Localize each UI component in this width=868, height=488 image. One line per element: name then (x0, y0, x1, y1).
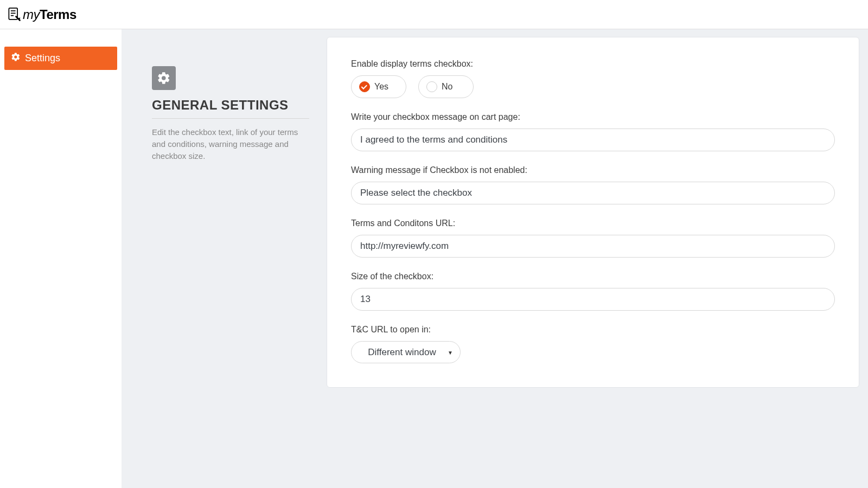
brand-logo: myTerms (7, 7, 76, 22)
field-label: Write your checkbox message on cart page… (351, 112, 835, 122)
field-checkbox-message: Write your checkbox message on cart page… (351, 112, 835, 151)
field-label: Size of the checkbox: (351, 272, 835, 281)
intro-column: GENERAL SETTINGS Edit the checkbox text,… (130, 37, 309, 162)
content: GENERAL SETTINGS Edit the checkbox text,… (122, 29, 868, 488)
sidebar: Settings (0, 29, 122, 488)
topbar: myTerms (0, 0, 868, 29)
main-area: Settings GENERAL SETTINGS Edit the check… (0, 29, 868, 488)
radio-yes[interactable]: Yes (351, 75, 406, 98)
gear-icon (152, 66, 176, 90)
field-open-in: T&C URL to open in: Different window ▼ (351, 325, 835, 363)
field-label: Warning message if Checkbox is not enabl… (351, 165, 835, 175)
document-icon (7, 7, 22, 22)
select-wrap: Different window ▼ (351, 341, 461, 363)
field-checkbox-size: Size of the checkbox: (351, 272, 835, 311)
field-label: Terms and Conditons URL: (351, 219, 835, 228)
sidebar-item-label: Settings (25, 53, 60, 64)
radio-indicator-checked (359, 81, 370, 92)
field-warning-message: Warning message if Checkbox is not enabl… (351, 165, 835, 204)
field-tc-url: Terms and Conditons URL: (351, 219, 835, 258)
open-in-select[interactable]: Different window (351, 341, 461, 363)
page-title: GENERAL SETTINGS (152, 98, 309, 119)
radio-group-enable: Yes No (351, 75, 835, 98)
gear-icon (11, 52, 21, 65)
field-enable-checkbox: Enable display terms checkbox: Yes No (351, 59, 835, 98)
radio-no[interactable]: No (418, 75, 474, 98)
checkbox-message-input[interactable] (351, 129, 835, 151)
warning-message-input[interactable] (351, 182, 835, 204)
radio-indicator (426, 81, 437, 92)
settings-card: Enable display terms checkbox: Yes No Wr… (327, 37, 859, 388)
page-description: Edit the checkbox text, link of your ter… (152, 126, 309, 162)
brand-suffix: Terms (40, 7, 76, 22)
tc-url-input[interactable] (351, 235, 835, 258)
brand-name: myTerms (23, 7, 76, 22)
checkbox-size-input[interactable] (351, 288, 835, 311)
radio-label: No (442, 82, 452, 92)
field-label: T&C URL to open in: (351, 325, 835, 335)
brand-prefix: my (23, 7, 40, 22)
radio-label: Yes (374, 82, 388, 92)
sidebar-item-settings[interactable]: Settings (4, 47, 117, 70)
field-label: Enable display terms checkbox: (351, 59, 835, 69)
